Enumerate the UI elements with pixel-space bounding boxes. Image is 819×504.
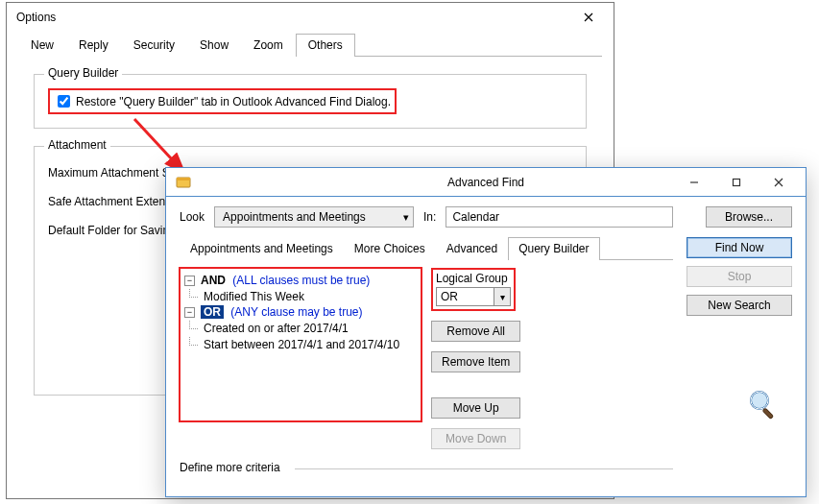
logical-group-value: OR (437, 290, 494, 303)
af-minimize-button[interactable] (673, 169, 715, 196)
maximize-icon (732, 178, 741, 187)
af-tabstrip: Appointments and Meetings More Choices A… (180, 237, 673, 260)
af-tab-advanced[interactable]: Advanced (436, 237, 508, 260)
move-up-button[interactable]: Move Up (431, 397, 520, 419)
tree-collapse-icon[interactable]: − (184, 276, 195, 286)
query-tree[interactable]: − AND (ALL clauses must be true) Modifie… (180, 268, 422, 421)
tree-or-desc: (ANY clause may be true) (230, 305, 362, 319)
tree-collapse-icon[interactable]: − (184, 307, 195, 318)
af-maximize-button[interactable] (715, 169, 758, 196)
tab-others[interactable]: Others (296, 34, 355, 57)
advanced-find-window: Advanced Find Look Appointments and Meet… (165, 167, 807, 497)
in-field[interactable]: Calendar (446, 206, 673, 228)
svg-rect-6 (762, 408, 773, 419)
tree-item-modified[interactable]: Modified This Week (204, 290, 304, 303)
logical-group-box: Logical Group OR ▾ (431, 268, 516, 311)
stop-button: Stop (687, 266, 792, 287)
af-close-button[interactable] (758, 169, 800, 196)
svg-rect-2 (177, 178, 190, 180)
remove-item-button[interactable]: Remove Item (431, 351, 520, 372)
tree-or-keyword: OR (201, 305, 224, 319)
options-titlebar: Options (7, 3, 614, 32)
find-now-button[interactable]: Find Now (687, 237, 792, 258)
look-row: Look Appointments and Meetings ▾ In: Cal… (180, 206, 792, 228)
tab-new[interactable]: New (18, 34, 66, 57)
tree-and-desc: (ALL clauses must be true) (232, 274, 370, 287)
options-close-button[interactable] (569, 4, 608, 31)
chevron-down-icon: ▾ (494, 288, 510, 305)
in-label: In: (423, 210, 436, 224)
remove-all-button[interactable]: Remove All (431, 321, 520, 342)
logical-group-combo[interactable]: OR ▾ (436, 287, 511, 306)
minimize-icon (689, 178, 699, 187)
move-down-button: Move Down (431, 428, 520, 449)
af-tab-appointments[interactable]: Appointments and Meetings (180, 237, 344, 260)
close-icon (774, 178, 783, 187)
tree-item-start[interactable]: Start between 2017/4/1 and 2017/4/10 (204, 338, 399, 351)
chevron-down-icon: ▾ (403, 211, 409, 224)
tab-show[interactable]: Show (187, 34, 241, 57)
tab-reply[interactable]: Reply (66, 34, 121, 57)
af-tab-querybuilder[interactable]: Query Builder (508, 237, 599, 260)
af-app-icon (176, 175, 191, 190)
browse-button[interactable]: Browse... (706, 206, 792, 228)
af-titlebar: Advanced Find (166, 168, 806, 197)
svg-rect-3 (734, 179, 740, 185)
define-more-criteria: Define more criteria (180, 461, 673, 474)
new-search-button[interactable]: New Search (687, 295, 792, 316)
look-combo[interactable]: Appointments and Meetings ▾ (214, 206, 414, 228)
af-tab-morechoices[interactable]: More Choices (344, 237, 436, 260)
querybuilder-group: Query Builder Restore "Query Builder" ta… (34, 74, 587, 129)
look-label: Look (180, 210, 205, 224)
look-combo-value: Appointments and Meetings (223, 210, 366, 224)
tab-security[interactable]: Security (121, 34, 187, 57)
options-tabstrip: New Reply Security Show Zoom Others (18, 34, 602, 57)
querybuilder-legend: Query Builder (44, 66, 122, 80)
options-title: Options (16, 11, 56, 24)
close-icon (584, 12, 593, 22)
attachment-legend: Attachment (44, 138, 110, 152)
restore-qb-label: Restore "Query Builder" tab in Outlook A… (76, 95, 391, 108)
tab-zoom[interactable]: Zoom (241, 34, 296, 57)
tree-item-created[interactable]: Created on or after 2017/4/1 (204, 322, 349, 335)
search-icon (746, 387, 779, 420)
logical-group-label: Logical Group (436, 272, 511, 285)
restore-qb-highlight: Restore "Query Builder" tab in Outlook A… (48, 88, 397, 114)
restore-qb-checkbox[interactable] (58, 95, 70, 108)
tree-and-keyword: AND (201, 274, 226, 287)
